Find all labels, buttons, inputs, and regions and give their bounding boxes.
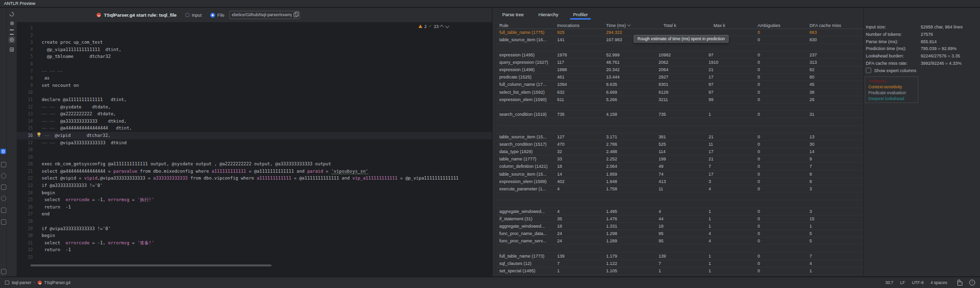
code-editor[interactable]: 123create proc up_com_test4 @p_vipa11111… <box>17 22 492 276</box>
table-row[interactable]: if_statement (31)351.476441015 <box>496 215 864 223</box>
unlock-icon[interactable] <box>957 282 962 286</box>
cell-rule: table_name (1777) <box>496 157 554 161</box>
grid-icon[interactable] <box>8 46 15 53</box>
cell-total: 199 <box>656 157 706 161</box>
table-row[interactable] <box>496 245 864 252</box>
cell-time: 1.476 <box>603 216 656 221</box>
column-header[interactable]: Rule <box>496 23 554 28</box>
table-row[interactable]: data_type (1829)322.48811417014 <box>496 148 864 156</box>
table-row[interactable] <box>496 104 864 111</box>
window-icon <box>5 281 9 285</box>
code-text: select @a444444444444444 = paravalue fro… <box>42 169 368 174</box>
column-header[interactable]: Ambiguities <box>755 23 807 28</box>
table-row[interactable]: full_table_name (1773)1391.179139107 <box>496 253 864 260</box>
column-header[interactable]: Invocations <box>554 23 603 28</box>
cell-rule: data_type (1829) <box>496 149 554 154</box>
antlr-preview-stripe-icon[interactable] <box>0 149 6 154</box>
intention-bulb-icon[interactable] <box>37 132 41 140</box>
table-row[interactable]: column_definition (1421)182.06449707 <box>496 163 864 170</box>
profiler-table[interactable]: RuleInvocationsTime (ms)Total kMax kAmbi… <box>496 22 864 276</box>
expert-columns-checkbox[interactable]: Show expert columns <box>866 68 916 73</box>
table-row[interactable]: execute_parameter (1...41.75811403 <box>496 185 864 193</box>
table-row[interactable]: sql_clauses (12)71.1227104 <box>496 260 864 267</box>
cell-dfa: 5 <box>807 238 863 243</box>
check-icon: ✓ <box>429 24 432 28</box>
line-number: 21 <box>17 168 33 175</box>
left-stripe-icon-6[interactable] <box>1 219 6 225</box>
code-line: 13—— —— @a2222222222 dtdate, <box>17 110 492 118</box>
table-row[interactable]: func_proc_name_serv...241.28995405 <box>496 237 864 245</box>
file-path-field[interactable]: ebelice/Github/tsql-parser/examples/big.… <box>229 11 300 19</box>
table-row[interactable]: aggregate_windowed...41.4954103 <box>496 208 864 215</box>
table-row[interactable]: search_condition (1517)4702.78652511030 <box>496 141 864 148</box>
input-radio[interactable]: Input <box>183 13 201 18</box>
file-radio[interactable]: File <box>208 13 224 18</box>
cell-amb: 0 <box>755 149 807 154</box>
cell-inv: 1998 <box>554 67 603 72</box>
tab-profiler[interactable]: Profiler <box>572 12 588 17</box>
table-row[interactable] <box>496 126 864 133</box>
breadcrumb-file[interactable]: TSqlParser.g4 <box>44 280 71 285</box>
stop-icon[interactable] <box>8 20 15 26</box>
table-row[interactable]: func_proc_name_data...241.29895405 <box>496 230 864 237</box>
table-row[interactable] <box>496 44 864 51</box>
text-lines-icon[interactable] <box>8 28 15 35</box>
table-row[interactable]: search_condition (1519)7354.1587351031 <box>496 111 864 118</box>
copy-icon[interactable] <box>294 13 297 17</box>
table-row[interactable]: table_source_item (15...141.959741708 <box>496 171 864 178</box>
table-row[interactable]: expression_elem (1589)4021.948413308 <box>496 178 864 185</box>
table-row[interactable]: expression (1498)199820.342206421082 <box>496 66 864 74</box>
line-number: 4 <box>17 46 33 53</box>
table-row[interactable]: select_list_elem (1592)6326.669612997038 <box>496 89 864 96</box>
table-row[interactable]: set_special (1485)11.1051101 <box>496 267 864 275</box>
column-header[interactable]: DFA cache miss <box>807 23 863 28</box>
left-stripe-icon-2[interactable] <box>1 173 6 179</box>
table-row[interactable]: predicate (1525)46113.444292717080 <box>496 74 864 81</box>
line-ending[interactable]: LF <box>900 280 905 285</box>
breadcrumb-project[interactable]: tsql-parser <box>12 280 31 285</box>
code-line: 6 <box>17 60 492 68</box>
cell-rule: select_list_elem (1592) <box>496 90 554 95</box>
table-row[interactable] <box>496 193 864 200</box>
left-stripe-icon-3[interactable] <box>1 184 6 190</box>
table-row[interactable]: aggregate_windowed...181.33118101 <box>496 223 864 230</box>
chevron-up-icon[interactable] <box>440 25 443 28</box>
ide-window: ANTLR Preview TSqlParser.g4 start rule: … <box>0 0 980 288</box>
left-stripe-icon-4[interactable] <box>1 196 6 201</box>
table-row[interactable]: expression (1495)197852.99910982970237 <box>496 52 864 59</box>
info-icon[interactable]: ! <box>969 280 975 286</box>
table-row[interactable]: select_list (1581)6321.073632106 <box>496 275 864 276</box>
caret-position[interactable]: 30:7 <box>885 280 893 285</box>
tab-hierarchy[interactable]: Hierarchy <box>538 12 560 17</box>
cell-rule: aggregate_windowed... <box>496 209 554 214</box>
left-stripe-bottom-icon[interactable] <box>1 269 6 274</box>
file-encoding[interactable]: UTF-8 <box>912 280 924 285</box>
cell-dfa: 26 <box>807 97 863 102</box>
cell-rule: column_definition (1421) <box>496 164 554 169</box>
tab-parse-tree[interactable]: Parse tree <box>501 12 525 17</box>
cell-total: 18 <box>656 224 706 229</box>
horizontal-scrollbar[interactable] <box>30 264 271 266</box>
table-row[interactable]: table_name (1777)332.2521992109 <box>496 156 864 163</box>
editor-lines: 123create proc up_com_test4 @p_vipa11111… <box>17 25 492 261</box>
table-row[interactable] <box>496 200 864 208</box>
left-stripe-icon-5[interactable] <box>1 208 6 213</box>
indent-setting[interactable]: 4 spaces <box>931 280 947 285</box>
table-row[interactable] <box>496 118 864 126</box>
refresh-icon[interactable] <box>8 11 15 18</box>
left-stripe-icon-1[interactable] <box>1 162 6 167</box>
column-header[interactable]: Max k <box>706 23 755 28</box>
table-row[interactable]: query_expression (1527)11748.76120621910… <box>496 59 864 66</box>
legend-item: Predicate evaluation <box>865 90 918 96</box>
cell-amb: 0 <box>755 97 807 102</box>
column-header[interactable]: Time (ms) <box>603 23 656 28</box>
table-row[interactable]: table_source_item (15...1273.17138121013 <box>496 133 864 141</box>
table-row[interactable]: expression_elem (1590)6115.266321199026 <box>496 96 864 104</box>
profiler-mode-icon[interactable] <box>8 36 15 43</box>
cell-amb: 0 <box>755 157 807 161</box>
inspection-widget[interactable]: 2 ✓ 23 <box>418 23 448 29</box>
cell-amb: 0 <box>755 179 807 184</box>
cell-time: 1.948 <box>603 179 656 184</box>
table-row[interactable]: full_column_name (17...10948.63583019704… <box>496 81 864 88</box>
column-header[interactable]: Total k <box>656 23 706 28</box>
